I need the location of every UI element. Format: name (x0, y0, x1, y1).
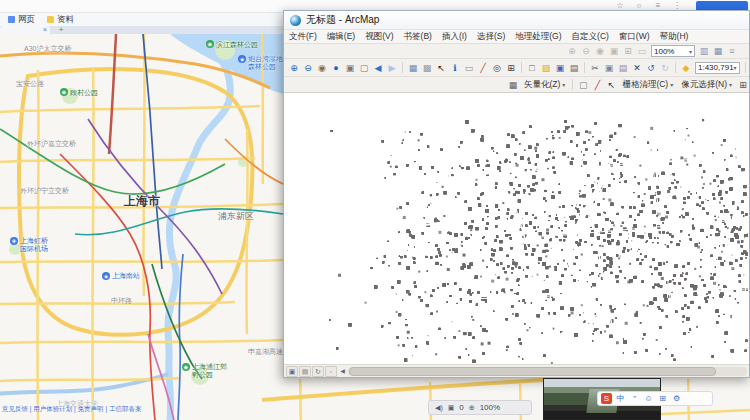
layout-zoom-combo[interactable]: 100%▾ (651, 45, 695, 57)
scrollbar-thumb[interactable] (349, 367, 716, 376)
menu-item-1[interactable]: 编辑(E) (322, 31, 360, 43)
menu-item-5[interactable]: 选择(S) (472, 31, 510, 43)
menu-item-7[interactable]: 自定义(C) (567, 31, 614, 43)
fixed-zoom-in-icon[interactable]: ▣ (344, 62, 356, 74)
map-poi-label[interactable]: ♣滨江森林公园 (206, 40, 258, 50)
dropdown-caret-icon[interactable]: ▾ (562, 81, 565, 88)
arcmap-data-view[interactable] (284, 92, 749, 364)
volume-icon[interactable]: ◀) (435, 404, 443, 412)
zoom-out-icon[interactable]: ⊖ (302, 62, 314, 74)
map-district-label: 浦东新区 (218, 210, 254, 223)
dropdown-caret-icon[interactable]: ▾ (689, 48, 692, 55)
new-map-document-icon[interactable]: □ (526, 62, 538, 74)
cut-icon[interactable]: ✂ (589, 62, 601, 74)
vectorization-snap-icon[interactable]: ▦ (507, 79, 519, 91)
forward-extent-icon[interactable]: ▶ (386, 62, 398, 74)
map-station-label[interactable]: ●上海南站 (102, 271, 140, 281)
full-extent-icon[interactable]: ● (330, 62, 342, 74)
new-tab-button[interactable]: + (56, 26, 66, 34)
vectorization-trace-icon[interactable]: ╱ (591, 79, 603, 91)
page-icon (8, 16, 15, 23)
add-data-icon[interactable]: ◆ (680, 62, 692, 74)
select-features-icon[interactable]: ▦ (407, 62, 419, 74)
clear-selected-features-icon[interactable]: ▩ (421, 62, 433, 74)
sogou-logo-icon[interactable]: S (601, 393, 612, 404)
toggle-draft-mode-icon[interactable]: ▥ (698, 45, 710, 57)
soft-keyboard-icon[interactable]: ⊞ (657, 393, 668, 404)
save-icon[interactable]: ▣ (554, 62, 566, 74)
arcmap-window[interactable]: 无标题 - ArcMap 文件(F)编辑(E)视图(V)书签(B)插入(I)选择… (283, 10, 750, 378)
redo-icon[interactable]: ↻ (659, 62, 671, 74)
folder-icon (47, 16, 54, 23)
vectorization-menu[interactable]: 矢量化(Z)▾ (520, 79, 569, 91)
show-preview-icon[interactable]: ▢ (577, 79, 589, 91)
cell-selection-menu[interactable]: 像元选择(N)▾ (677, 79, 736, 91)
map-poi-label[interactable]: ♣顾村公园 (60, 88, 98, 98)
dropdown-caret-icon[interactable]: ▾ (670, 81, 673, 88)
toolbar-separator (584, 62, 585, 73)
copy-icon[interactable]: ▣ (603, 62, 615, 74)
measure-icon[interactable]: ╱ (477, 62, 489, 74)
paste-icon[interactable]: ▤ (617, 62, 629, 74)
recorder-pill[interactable]: ◀) ▣ 0 ⊕ 100% (428, 400, 532, 415)
layout-zoom-out-icon: ⊖ (580, 45, 592, 57)
zoom-in-icon[interactable]: ⊕ (288, 62, 300, 74)
emoji-picker-icon[interactable]: ☺ (643, 393, 654, 404)
window-title: 无标题 - ArcMap (306, 13, 379, 27)
horizontal-scrollbar[interactable] (348, 367, 747, 376)
map-scale-combo[interactable]: 1:430,791▾ (695, 62, 740, 74)
undo-icon[interactable]: ↺ (645, 62, 657, 74)
focus-data-frame-icon[interactable]: ▦ (712, 45, 724, 57)
select-connected-cells-icon[interactable]: ↖ (605, 79, 617, 91)
identify-icon[interactable]: ℹ (449, 62, 461, 74)
layout-view-button-icon[interactable]: ▤ (299, 366, 311, 377)
arcmap-app-icon (290, 15, 301, 26)
ime-toolbar[interactable]: S中”☺⊞⚙ (597, 391, 713, 406)
layout-options-icon[interactable]: ≡ (726, 45, 738, 57)
map-footer-links[interactable]: 意见反馈 | 用户体验计划 | 免责声明 | 工信部备案 (2, 405, 141, 414)
browser-tab[interactable]: × (0, 26, 50, 34)
fixed-zoom-out-icon[interactable]: ▢ (358, 62, 370, 74)
raster-painting-icon[interactable]: ⊞ (737, 79, 749, 91)
menu-item-8[interactable]: 窗口(W) (614, 31, 655, 43)
camera-icon[interactable]: ▣ (448, 404, 455, 412)
back-extent-icon[interactable]: ◀ (372, 62, 384, 74)
arcmap-bottom-bar: ▣▤↻◦ ◀ (284, 364, 749, 377)
raster-cleanup-menu[interactable]: 栅格清理(C)▾ (618, 79, 677, 91)
dropdown-caret-icon[interactable]: ▾ (734, 64, 737, 71)
pan-icon[interactable]: ◉ (316, 62, 328, 74)
go-to-xy-icon[interactable]: ⊞ (505, 62, 517, 74)
tab-close-icon[interactable]: × (43, 26, 47, 33)
open-icon[interactable]: ▨ (540, 62, 552, 74)
scroll-left-icon[interactable]: ◀ (338, 367, 347, 376)
layout-fixed-zoom-icon: ▭ (636, 45, 648, 57)
map-road-label: 外环沪宁立交桥 (20, 186, 69, 196)
pause-drawing-button-icon[interactable]: ◦ (325, 366, 337, 377)
map-poi-label[interactable]: ♣上海浦江郊野公园 (182, 363, 228, 379)
dropdown-caret-icon[interactable]: ▾ (729, 81, 732, 88)
find-icon[interactable]: ◎ (491, 62, 503, 74)
select-elements-icon[interactable]: ↖ (435, 62, 447, 74)
delete-icon[interactable]: ✕ (631, 62, 643, 74)
menu-item-9[interactable]: 帮助(H) (655, 31, 694, 43)
bookmark-item[interactable]: 网页 (8, 14, 35, 26)
menu-item-3[interactable]: 书签(B) (399, 31, 437, 43)
refresh-view-button-icon[interactable]: ↻ (312, 366, 324, 377)
input-mode-icon[interactable]: 中 (615, 393, 626, 404)
menu-item-4[interactable]: 插入(I) (437, 31, 472, 43)
map-road-label: 外环沪嘉立交桥 (27, 139, 76, 149)
toolbar-separator (521, 62, 522, 73)
menu-item-6[interactable]: 地理处理(G) (510, 31, 566, 43)
map-poi-label[interactable]: ●炮台湾湿地森林公园 (238, 55, 286, 71)
punctuation-mode-icon[interactable]: ” (629, 393, 640, 404)
menu-item-2[interactable]: 视图(V) (360, 31, 398, 43)
data-view-button-icon[interactable]: ▣ (286, 366, 298, 377)
bookmark-folder[interactable]: 资料 (47, 14, 74, 26)
menu-item-0[interactable]: 文件(F) (284, 31, 322, 43)
plane-icon: ✈ (10, 237, 18, 245)
ime-settings-icon[interactable]: ⚙ (671, 393, 682, 404)
map-airport-label[interactable]: ✈上海虹桥国际机场 (10, 237, 50, 253)
html-popup-icon[interactable]: ▭ (463, 62, 475, 74)
print-icon[interactable]: ▤ (568, 62, 580, 74)
arcmap-titlebar[interactable]: 无标题 - ArcMap (284, 11, 749, 29)
